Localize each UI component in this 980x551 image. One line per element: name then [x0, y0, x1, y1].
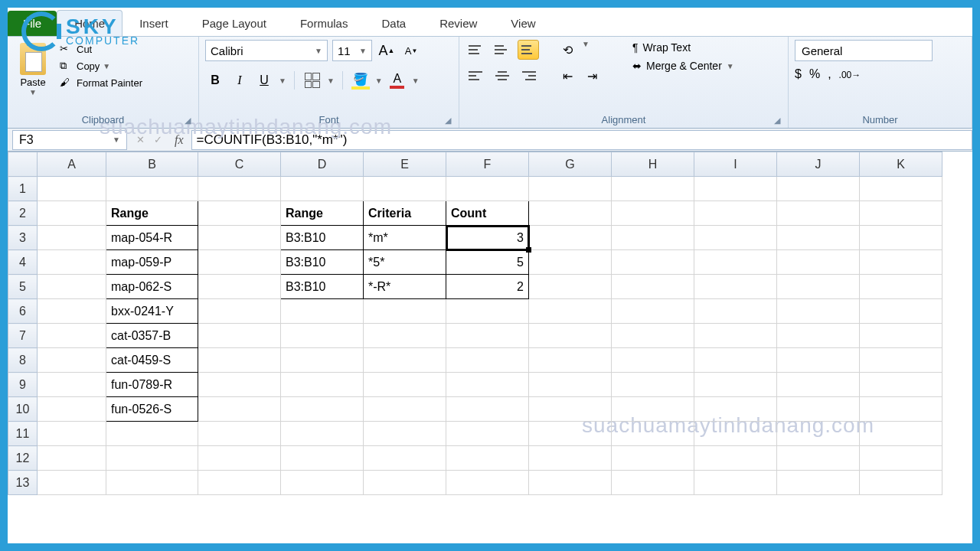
cell[interactable]: B3:B10 [281, 226, 363, 249]
row-head[interactable]: 6 [8, 299, 38, 324]
col-head-i[interactable]: I [694, 152, 777, 177]
cell[interactable]: Criteria [364, 201, 446, 225]
shrink-font-button[interactable]: A▼ [401, 41, 421, 60]
name-box[interactable]: F3 ▼ [12, 130, 127, 150]
col-head-a[interactable]: A [38, 152, 106, 177]
grow-font-button[interactable]: A▲ [377, 41, 397, 60]
increase-decimal-button[interactable]: .00→ [839, 67, 861, 81]
row-head[interactable]: 12 [8, 446, 38, 471]
row-head[interactable]: 13 [8, 471, 38, 495]
italic-button[interactable]: I [230, 70, 250, 90]
underline-button[interactable]: U [254, 70, 274, 90]
row-head[interactable]: 10 [8, 397, 38, 422]
col-head-f[interactable]: F [446, 152, 529, 177]
group-label-number: Number [795, 112, 965, 128]
row-head[interactable]: 5 [8, 275, 38, 299]
copy-button[interactable]: ⧉ Copy ▼ [57, 58, 145, 73]
col-head-j[interactable]: J [777, 152, 860, 177]
col-head-e[interactable]: E [364, 152, 446, 177]
tab-home[interactable]: Home [57, 10, 122, 36]
chevron-down-icon: ▼ [412, 77, 420, 85]
col-head-d[interactable]: D [281, 152, 364, 177]
row-head[interactable]: 9 [8, 373, 38, 397]
col-head-b[interactable]: B [106, 152, 198, 177]
chevron-down-icon: ▼ [727, 62, 734, 70]
select-all-corner[interactable] [8, 152, 38, 177]
chevron-down-icon: ▼ [359, 47, 367, 55]
cell[interactable]: Count [446, 201, 528, 225]
dialog-launcher-icon[interactable]: ◢ [185, 116, 191, 126]
align-left-button[interactable] [466, 66, 487, 86]
align-middle-button[interactable] [492, 40, 513, 60]
dialog-launcher-icon[interactable]: ◢ [774, 116, 780, 126]
tab-data[interactable]: Data [364, 11, 423, 36]
format-painter-button[interactable]: 🖌 Format Painter [57, 75, 145, 90]
align-top-button[interactable] [466, 40, 487, 60]
spreadsheet-grid[interactable]: A B C D E F G H I J K 1 2 Range Range Cr… [8, 152, 972, 495]
col-head-k[interactable]: K [860, 152, 942, 177]
col-head-c[interactable]: C [198, 152, 281, 177]
cell[interactable]: *5* [364, 250, 446, 274]
comma-icon: , [828, 67, 831, 80]
cell[interactable]: bxx-0241-Y [106, 299, 198, 323]
cell[interactable]: fun-0526-S [106, 397, 198, 421]
row-head[interactable]: 4 [8, 250, 38, 275]
merge-center-button[interactable]: ⬌ Merge & Center ▼ [629, 58, 737, 73]
col-head-h[interactable]: H [612, 152, 694, 177]
dialog-launcher-icon[interactable]: ◢ [445, 116, 451, 126]
row-head[interactable]: 2 [8, 201, 38, 226]
cell[interactable]: *m* [364, 226, 446, 249]
font-name-select[interactable]: Calibri ▼ [205, 40, 328, 61]
tab-formulas[interactable]: Formulas [283, 11, 365, 36]
bold-button[interactable]: B [205, 70, 225, 90]
cell[interactable]: B3:B10 [281, 275, 363, 298]
enter-formula-icon[interactable]: ✓ [149, 134, 167, 145]
cell[interactable]: fun-0789-R [106, 373, 198, 396]
cell[interactable]: map-054-R [106, 226, 198, 249]
cell[interactable]: map-062-S [106, 275, 198, 298]
row-head[interactable]: 7 [8, 324, 38, 348]
cell[interactable]: Range [106, 201, 198, 225]
cell[interactable]: 5 [446, 250, 528, 274]
tab-page-layout[interactable]: Page Layout [185, 11, 283, 36]
row-head[interactable]: 3 [8, 226, 38, 250]
cell[interactable]: cat-0357-B [106, 324, 198, 347]
group-number: General $ % , .00→ Number [789, 37, 972, 128]
fx-icon[interactable]: fx [167, 133, 191, 147]
fill-handle[interactable] [526, 247, 531, 253]
paste-button[interactable]: Paste ▼ [14, 40, 52, 99]
cell[interactable]: 2 [446, 275, 528, 298]
cell[interactable]: *-R* [364, 275, 446, 298]
cell[interactable]: cat-0459-S [106, 348, 198, 372]
font-color-button[interactable]: A [387, 70, 407, 90]
fill-color-button[interactable]: 🪣 [351, 70, 371, 90]
formula-input[interactable]: =COUNTIF(B3:B10,"*m*") [191, 130, 972, 150]
font-size-select[interactable]: 11 ▼ [332, 40, 372, 61]
comma-format-button[interactable]: , [828, 67, 831, 81]
row-head[interactable]: 8 [8, 348, 38, 373]
row-head[interactable]: 11 [8, 422, 38, 446]
tab-insert[interactable]: Insert [122, 11, 185, 36]
increase-indent-button[interactable]: ⇥ [582, 66, 602, 86]
tab-review[interactable]: Review [423, 11, 494, 36]
cell[interactable]: Range [281, 201, 363, 225]
row-head[interactable]: 1 [8, 177, 38, 201]
tab-view[interactable]: View [494, 11, 552, 36]
align-bottom-button[interactable] [518, 40, 539, 60]
cell[interactable]: B3:B10 [281, 250, 363, 274]
borders-button[interactable] [302, 70, 322, 90]
active-cell[interactable]: 3 [446, 226, 528, 249]
number-format-select[interactable]: General [795, 40, 933, 61]
wrap-text-button[interactable]: ¶ Wrap Text [629, 40, 737, 55]
orientation-button[interactable]: ⟲ [557, 40, 577, 60]
align-right-button[interactable] [518, 66, 539, 86]
percent-format-button[interactable]: % [809, 67, 820, 81]
cut-button[interactable]: ✂ Cut [57, 41, 145, 57]
col-head-g[interactable]: G [529, 152, 612, 177]
accounting-format-button[interactable]: $ [795, 67, 802, 81]
cell[interactable]: map-059-P [106, 250, 198, 274]
tab-file[interactable]: File [8, 11, 57, 36]
cancel-formula-icon[interactable]: ✕ [132, 134, 149, 145]
decrease-indent-button[interactable]: ⇤ [557, 66, 577, 86]
align-center-button[interactable] [492, 66, 513, 86]
